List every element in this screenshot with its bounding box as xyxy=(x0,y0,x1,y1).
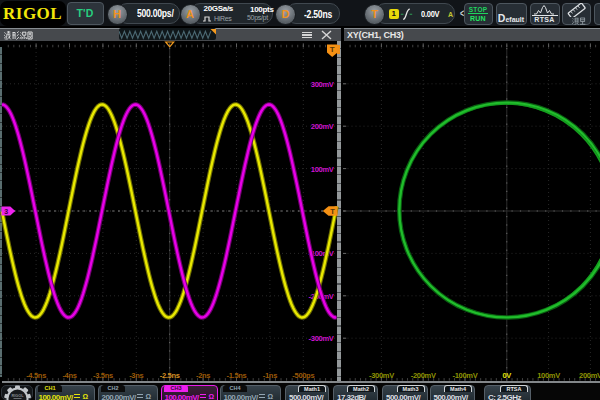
svg-text:RIGOL: RIGOL xyxy=(11,394,24,398)
svg-text:-3.5ns: -3.5ns xyxy=(93,370,113,379)
svg-text:-200mV: -200mV xyxy=(411,370,436,379)
svg-text:-500ps: -500ps xyxy=(292,370,314,379)
svg-text:-4ns: -4ns xyxy=(62,370,76,379)
svg-text:-4.5ns: -4.5ns xyxy=(26,370,46,379)
svg-text:200mV: 200mV xyxy=(311,122,334,131)
svg-text:T: T xyxy=(330,206,335,215)
svg-text:-3ns: -3ns xyxy=(129,370,143,379)
svg-text:100mV: 100mV xyxy=(537,370,560,379)
svg-text:3: 3 xyxy=(4,207,8,214)
svg-text:-2ns: -2ns xyxy=(196,370,210,379)
svg-text:0V: 0V xyxy=(503,370,512,379)
svg-text:T: T xyxy=(330,45,335,54)
svg-text:-1.5ns: -1.5ns xyxy=(227,370,247,379)
svg-text:200mV: 200mV xyxy=(579,370,600,379)
svg-text:300mV: 300mV xyxy=(311,79,334,88)
svg-text:-300mV: -300mV xyxy=(369,370,394,379)
svg-text:-300mV: -300mV xyxy=(309,334,334,343)
svg-text:-1ns: -1ns xyxy=(263,370,277,379)
svg-text:100mV: 100mV xyxy=(311,164,334,173)
svg-text:-100mV: -100mV xyxy=(453,370,478,379)
svg-text:-2.5ns: -2.5ns xyxy=(160,370,180,379)
